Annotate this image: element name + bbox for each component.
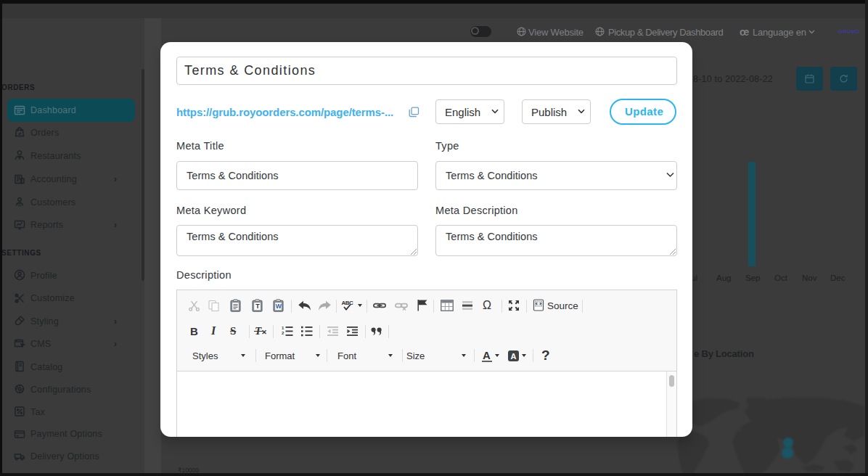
svg-text:T: T: [255, 303, 260, 310]
svg-text:2: 2: [282, 331, 284, 335]
svg-text:ABC: ABC: [342, 300, 354, 306]
svg-text:1: 1: [282, 326, 284, 330]
svg-text:W: W: [276, 303, 282, 310]
